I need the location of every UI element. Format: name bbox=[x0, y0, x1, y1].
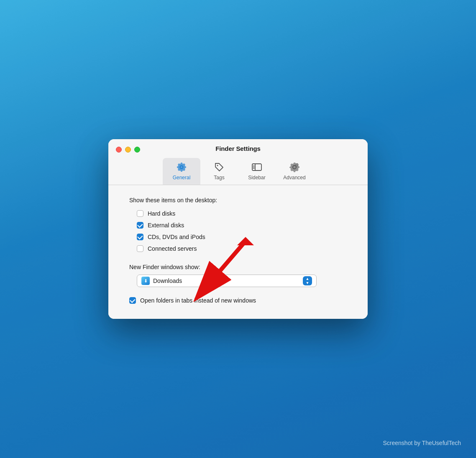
checkbox-open-folders-tabs[interactable] bbox=[129, 297, 136, 304]
tab-advanced[interactable]: Advanced bbox=[276, 158, 313, 185]
title-bar: Finder Settings General bbox=[108, 139, 368, 185]
general-icon bbox=[176, 161, 187, 173]
open-folders-tabs-label: Open folders in tabs instead of new wind… bbox=[140, 297, 256, 304]
finder-windows-section: New Finder windows show: ⬇ Downloads bbox=[129, 264, 347, 287]
traffic-lights bbox=[116, 147, 140, 153]
checkbox-cds-dvds[interactable] bbox=[137, 234, 143, 240]
checkbox-hard-disks[interactable] bbox=[137, 210, 143, 217]
tags-icon bbox=[213, 161, 225, 173]
tab-general-label: General bbox=[173, 175, 191, 181]
dropdown-chevrons: ▲ ▼ bbox=[303, 276, 312, 285]
checkbox-external-disks-label: External disks bbox=[148, 222, 184, 229]
desktop-section-label: Show these items on the desktop: bbox=[129, 197, 347, 204]
tabs-bar: General Tags bbox=[116, 158, 360, 185]
checkbox-row-hard-disks: Hard disks bbox=[137, 210, 347, 217]
svg-marker-7 bbox=[237, 237, 254, 245]
tab-sidebar[interactable]: Sidebar bbox=[238, 158, 276, 185]
downloads-folder-icon: ⬇ bbox=[141, 277, 150, 285]
tab-sidebar-label: Sidebar bbox=[248, 175, 265, 181]
dropdown-wrapper: ⬇ Downloads ▲ ▼ bbox=[137, 275, 347, 287]
tab-tags[interactable]: Tags bbox=[200, 158, 238, 185]
checkbox-row-external-disks: External disks bbox=[137, 222, 347, 229]
svg-point-0 bbox=[217, 165, 218, 166]
settings-content: Show these items on the desktop: Hard di… bbox=[108, 185, 368, 319]
watermark: Screenshot by TheUsefulTech bbox=[383, 440, 461, 446]
tab-general[interactable]: General bbox=[163, 158, 200, 185]
checkbox-external-disks[interactable] bbox=[137, 222, 143, 229]
window-title: Finder Settings bbox=[215, 145, 261, 152]
advanced-icon bbox=[289, 161, 300, 173]
finder-settings-window: Finder Settings General bbox=[108, 139, 368, 319]
checkbox-hard-disks-label: Hard disks bbox=[148, 210, 175, 217]
close-button[interactable] bbox=[116, 147, 122, 153]
maximize-button[interactable] bbox=[134, 147, 140, 153]
minimize-button[interactable] bbox=[125, 147, 131, 153]
tab-tags-label: Tags bbox=[214, 175, 224, 181]
sidebar-icon bbox=[251, 161, 263, 173]
checkbox-connected-servers[interactable] bbox=[137, 245, 143, 252]
open-folders-tabs-row: Open folders in tabs instead of new wind… bbox=[129, 297, 347, 304]
red-arrow bbox=[162, 237, 254, 279]
tab-advanced-label: Advanced bbox=[283, 175, 305, 181]
